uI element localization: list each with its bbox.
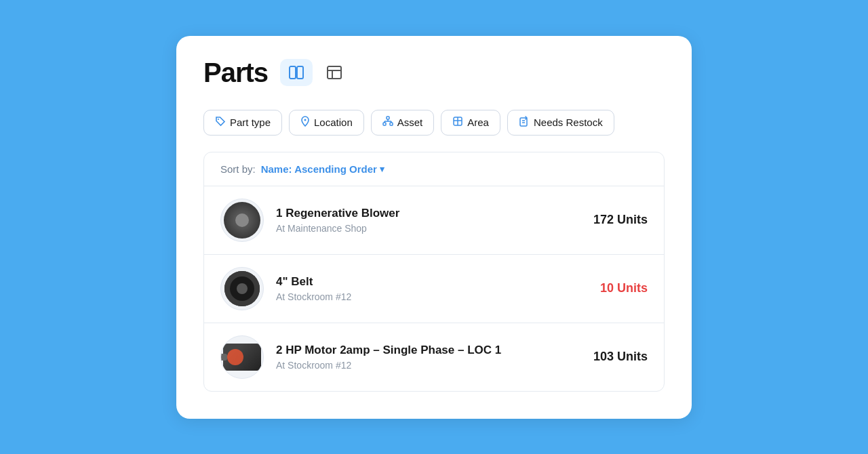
page-title: Parts [203,58,268,88]
table-view-button[interactable] [318,59,351,86]
filter-needs-restock[interactable]: Needs Restock [507,110,614,136]
belt-image [224,271,260,306]
parts-list: Sort by: Name: Ascending Order ▾ 1 Regen… [203,152,665,392]
svg-rect-0 [290,66,296,79]
part-image-motor [220,335,264,379]
svg-rect-9 [390,123,393,125]
part-location: At Stockroom #12 [276,291,588,302]
motor-image [223,344,261,371]
filter-location[interactable]: Location [289,110,364,136]
part-image-belt [220,267,264,310]
part-units: 172 Units [593,213,648,227]
view-toggle [280,59,351,86]
part-name: 4" Belt [276,275,588,289]
table-view-icon [326,65,342,80]
grid-view-button[interactable] [280,59,313,86]
filter-area[interactable]: Area [441,110,500,136]
part-location: At Maintenance Shop [276,223,581,234]
part-units-low: 10 Units [600,281,648,295]
svg-point-6 [304,119,307,121]
area-icon [452,116,463,129]
header: Parts [203,58,665,88]
pin-icon [300,116,310,129]
part-info: 2 HP Motor 2amp – Single Phase – LOC 1 A… [276,344,581,371]
part-info: 1 Regenerative Blower At Maintenance Sho… [276,207,581,234]
svg-rect-2 [328,66,341,79]
part-info: 4" Belt At Stockroom #12 [276,275,588,302]
table-row[interactable]: 4" Belt At Stockroom #12 10 Units [204,255,664,323]
svg-point-5 [218,119,219,120]
part-location: At Stockroom #12 [276,360,581,371]
filters-bar: Part type Location Asset Area Needs Rest… [203,110,665,136]
sort-value-button[interactable]: Name: Ascending Order ▾ [261,163,384,175]
sort-value-text: Name: Ascending Order [261,163,377,175]
blower-image [224,202,260,239]
filter-needs-restock-label: Needs Restock [534,117,603,128]
svg-rect-1 [297,66,303,79]
filter-area-label: Area [467,117,489,128]
filter-part-type[interactable]: Part type [203,110,282,136]
svg-rect-8 [383,123,386,125]
asset-icon [382,116,393,129]
table-row[interactable]: 1 Regenerative Blower At Maintenance Sho… [204,186,664,255]
restock-icon [519,116,530,129]
filter-asset-label: Asset [397,117,423,128]
part-image-blower [220,199,264,242]
grid-view-icon [288,65,304,80]
main-card: Parts Part type [176,36,692,419]
chevron-down-icon: ▾ [380,164,384,174]
filter-part-type-label: Part type [230,117,271,128]
part-name: 1 Regenerative Blower [276,207,581,220]
table-row[interactable]: 2 HP Motor 2amp – Single Phase – LOC 1 A… [204,323,664,391]
svg-rect-7 [387,117,389,119]
tag-icon [215,116,226,129]
sort-label: Sort by: [220,163,256,175]
filter-asset[interactable]: Asset [371,110,435,136]
sort-bar: Sort by: Name: Ascending Order ▾ [204,152,664,186]
filter-location-label: Location [314,117,353,128]
part-name: 2 HP Motor 2amp – Single Phase – LOC 1 [276,344,581,357]
part-units: 103 Units [593,350,648,364]
